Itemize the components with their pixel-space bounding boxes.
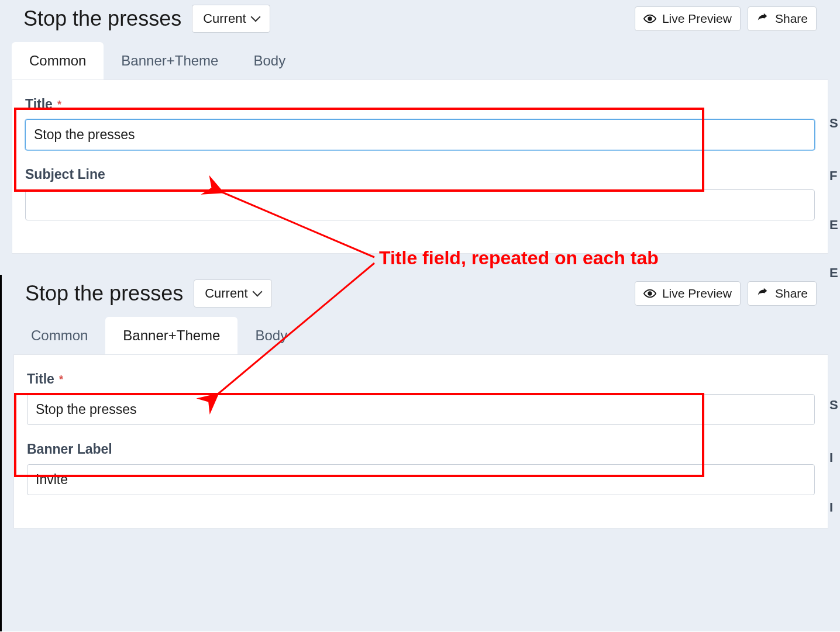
field-group-title: Title *	[25, 96, 815, 150]
svg-point-0	[648, 17, 652, 20]
sidebar-stub: I	[829, 500, 840, 515]
share-icon	[756, 287, 769, 300]
share-button[interactable]: Share	[748, 6, 817, 31]
sidebar-stub: S	[829, 398, 840, 413]
header-actions: Live Preview Share	[635, 6, 817, 31]
title-label: Title *	[27, 371, 815, 387]
banner-label-input[interactable]	[27, 464, 815, 495]
share-button[interactable]: Share	[748, 281, 817, 306]
field-group-banner-label: Banner Label	[27, 441, 815, 495]
chevron-down-icon	[254, 286, 261, 301]
version-dropdown[interactable]: Current	[194, 279, 271, 308]
subject-input[interactable]	[25, 189, 815, 220]
sidebar-stub: I	[829, 450, 840, 465]
tab-panel-common: Title * Subject Line	[12, 80, 828, 254]
header: Stop the presses Current Live Preview Sh…	[0, 0, 840, 40]
field-group-subject: Subject Line	[25, 167, 815, 220]
sidebar-stub: E	[829, 217, 840, 233]
title-input[interactable]	[27, 394, 815, 425]
tab-panel-banner-theme: Title * Banner Label	[13, 354, 828, 529]
eye-icon	[643, 287, 656, 300]
sidebar-stub: E	[829, 265, 840, 281]
title-label: Title *	[25, 96, 815, 112]
required-indicator: *	[59, 374, 63, 385]
page-title: Stop the presses	[25, 281, 183, 306]
tab-common[interactable]: Common	[13, 317, 105, 354]
field-group-title: Title *	[27, 371, 815, 425]
tab-body[interactable]: Body	[237, 317, 305, 354]
header: Stop the presses Current Live Preview Sh…	[2, 275, 840, 315]
sidebar-stub: S	[829, 116, 840, 131]
eye-icon	[643, 12, 656, 25]
chevron-down-icon	[252, 11, 259, 26]
tab-banner-theme[interactable]: Banner+Theme	[104, 42, 236, 80]
tab-common[interactable]: Common	[12, 42, 104, 80]
version-dropdown[interactable]: Current	[192, 5, 270, 33]
version-label: Current	[205, 286, 247, 301]
share-icon	[756, 12, 769, 25]
version-label: Current	[203, 11, 246, 26]
sidebar-stub: F	[829, 168, 840, 184]
header-actions: Live Preview Share	[635, 281, 817, 306]
tab-bar: Common Banner+Theme Body	[2, 315, 840, 354]
live-preview-button[interactable]: Live Preview	[635, 6, 741, 31]
pane-common: Stop the presses Current Live Preview Sh…	[0, 0, 840, 275]
page-title: Stop the presses	[23, 6, 181, 31]
tab-banner-theme[interactable]: Banner+Theme	[105, 317, 237, 354]
annotation-text: Title field, repeated on each tab	[379, 247, 659, 269]
live-preview-button[interactable]: Live Preview	[635, 281, 741, 306]
svg-point-1	[648, 292, 652, 295]
banner-label: Banner Label	[27, 441, 815, 457]
tab-body[interactable]: Body	[236, 42, 303, 80]
tab-bar: Common Banner+Theme Body	[0, 40, 840, 80]
title-input[interactable]	[25, 119, 815, 150]
required-indicator: *	[57, 99, 61, 110]
pane-banner-theme: Stop the presses Current Live Preview Sh…	[0, 275, 840, 631]
subject-label: Subject Line	[25, 167, 815, 182]
